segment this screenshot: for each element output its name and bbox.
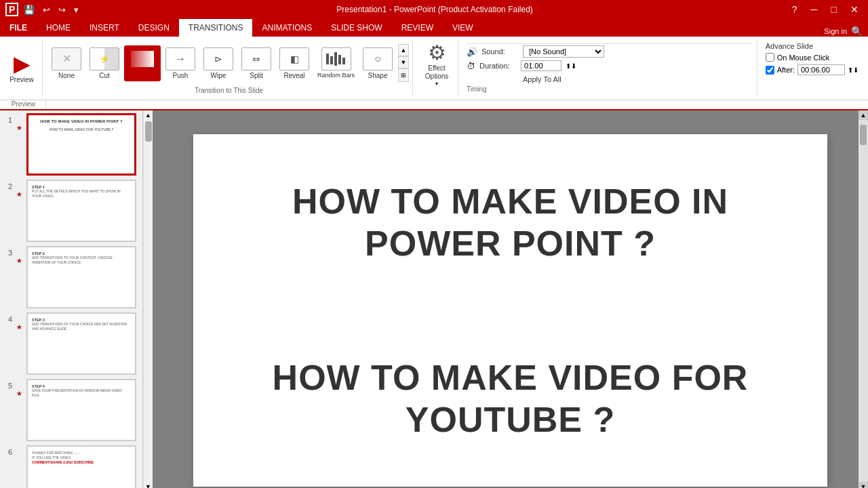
transition-none[interactable]: ✕ None	[48, 45, 85, 81]
tab-transitions[interactable]: TRANSITIONS	[179, 19, 253, 37]
duration-spinner[interactable]: ⬆⬇	[566, 62, 576, 70]
preview-button[interactable]: ▶ Preview	[7, 52, 37, 85]
slide-6-line3: COMMENT/SHARE /LIKE/ SUBSCRIBE	[32, 460, 131, 465]
transition-shape[interactable]: ○ Shape	[359, 45, 396, 81]
slide-thumb-5[interactable]: 5 ★ STEP 4 SAVE YOUR PRESENTATION AS WIN…	[3, 379, 140, 441]
slide-6-line2: IF YOU LIKE THE VIDEO	[32, 455, 131, 460]
minimize-button[interactable]: ─	[807, 3, 822, 16]
canvas-scroll-track	[859, 120, 868, 482]
transition-cut[interactable]: ⚡ Cut	[86, 45, 123, 81]
slide-img-3[interactable]: STEP 2 ADD TRANSITIONS TO YOUR CONTENT. …	[26, 246, 136, 308]
sound-select[interactable]: [No Sound]	[523, 45, 604, 58]
preview-label: Preview	[9, 76, 34, 83]
title-bar-left: P 💾 ↩ ↪ ▾	[5, 3, 81, 16]
duration-icon: ⏱	[467, 61, 475, 71]
slide-panel: 1 ★ HOW TO MAKE VIDEO IN POWER POINT ? H…	[0, 110, 143, 488]
tab-insert[interactable]: INSERT	[80, 19, 129, 37]
slide-thumb-6[interactable]: 6 ★ THANKS FOR WATCHING........ IF YOU L…	[3, 445, 140, 488]
slide-num-1: 1	[3, 113, 12, 124]
main-area: 1 ★ HOW TO MAKE VIDEO IN POWER POINT ? H…	[0, 110, 868, 488]
undo-button[interactable]: ↩	[40, 3, 53, 16]
slide-panel-container: 1 ★ HOW TO MAKE VIDEO IN POWER POINT ? H…	[0, 110, 153, 488]
transition-fade[interactable]: Fade	[124, 45, 161, 81]
scroll-up-icon[interactable]: ▲	[398, 44, 409, 56]
redo-button[interactable]: ↪	[56, 3, 68, 16]
duration-label: Duration:	[479, 62, 517, 70]
duration-input[interactable]	[521, 60, 561, 71]
scroll-all-icon[interactable]: ⊞	[398, 68, 409, 82]
restore-button[interactable]: □	[827, 3, 841, 16]
slide-num-4: 4	[3, 312, 12, 323]
tab-file[interactable]: FILE	[0, 19, 37, 37]
after-spinner[interactable]: ⬆⬇	[848, 66, 859, 74]
after-row: After: ⬆⬇	[766, 64, 859, 75]
tab-slideshow[interactable]: SLIDE SHOW	[321, 19, 391, 37]
slide-img-2[interactable]: STEP 1 PUT ALL THE DETAILS WHICH YOU WAN…	[26, 180, 136, 242]
after-checkbox[interactable]	[766, 66, 774, 75]
timing-group-label: Timing	[467, 84, 751, 94]
slide-thumb-2[interactable]: 2 ★ STEP 1 PUT ALL THE DETAILS WHICH YOU…	[3, 180, 140, 242]
slide-5-content: SAVE YOUR PRESENTATION AS WINDOW MEDIA V…	[32, 388, 131, 398]
tabs-bar: FILE HOME INSERT DESIGN TRANSITIONS ANIM…	[0, 19, 868, 37]
slide-img-4[interactable]: STEP 3 ADD TRANSITIONS OF YOUR CHOICE AN…	[26, 312, 136, 375]
svg-rect-2	[326, 54, 329, 64]
apply-to-all-button[interactable]: Apply To All	[523, 75, 561, 83]
slide-thumb-3[interactable]: 3 ★ STEP 2 ADD TRANSITIONS TO YOUR CONTE…	[3, 246, 140, 308]
canvas-scroll-thumb[interactable]	[860, 125, 867, 145]
advance-slide-group: Advance Slide On Mouse Click After: ⬆⬇	[760, 39, 864, 97]
close-button[interactable]: ✕	[846, 3, 863, 16]
slide-text-2: HOW TO MAKE VIDEO FORYOUTUBE ?	[273, 357, 749, 441]
slide-thumb-1[interactable]: 1 ★ HOW TO MAKE VIDEO IN POWER POINT ? H…	[3, 113, 140, 176]
slide-star-4: ★	[16, 312, 22, 331]
slide-star-2: ★	[16, 180, 22, 198]
help-button[interactable]: ?	[788, 3, 802, 16]
app-logo: P	[5, 3, 18, 16]
slide-thumb-4[interactable]: 4 ★ STEP 3 ADD TRANSITIONS OF YOUR CHOIC…	[3, 312, 140, 375]
slide-6-line1: THANKS FOR WATCHING........	[32, 451, 131, 455]
transition-reveal[interactable]: ◧ Reveal	[276, 45, 313, 81]
scrollbar-up-button[interactable]: ▲	[144, 110, 153, 120]
preview-icon: ▶	[14, 53, 31, 75]
slide-num-2: 2	[3, 180, 12, 190]
on-mouse-click-checkbox[interactable]	[766, 53, 774, 62]
transition-group-label: Transition to This Slide	[48, 85, 410, 96]
transition-split[interactable]: ⇔ Split	[238, 45, 275, 81]
save-button[interactable]: 💾	[21, 3, 37, 16]
transition-random-bars[interactable]: Random Bars	[314, 45, 358, 81]
advance-slide-title: Advance Slide	[766, 42, 859, 50]
transition-push[interactable]: → Push	[162, 45, 199, 81]
tab-design[interactable]: DESIGN	[129, 19, 179, 37]
after-input[interactable]	[797, 64, 845, 75]
group-labels-bar: Preview	[0, 100, 868, 110]
slide-text-1: HOW TO MAKE VIDEO INPOWER POINT ?	[292, 180, 728, 265]
canvas-scroll-up[interactable]: ▲	[859, 110, 868, 120]
apply-row: 🔊 Apply To All	[467, 74, 751, 84]
scrollbar-down-button[interactable]: ▼	[144, 482, 153, 488]
tab-view[interactable]: VIEW	[443, 19, 483, 37]
slide-panel-scrollbar[interactable]: ▲ ▼	[143, 110, 153, 488]
tab-home[interactable]: HOME	[37, 19, 80, 37]
tab-animations[interactable]: ANIMATIONS	[252, 19, 321, 37]
canvas-scroll-down[interactable]: ▼	[859, 482, 868, 488]
sign-in-button[interactable]: Sign in	[824, 27, 847, 35]
scrollbar-thumb[interactable]	[145, 121, 152, 142]
customize-button[interactable]: ▾	[71, 3, 81, 16]
tab-review[interactable]: REVIEW	[392, 19, 443, 37]
scroll-down-icon[interactable]: ▼	[398, 56, 409, 68]
ribbon: FILE HOME INSERT DESIGN TRANSITIONS ANIM…	[0, 19, 868, 100]
slide-img-5[interactable]: STEP 4 SAVE YOUR PRESENTATION AS WINDOW …	[26, 379, 136, 441]
transition-wipe[interactable]: ⊳ Wipe	[200, 45, 237, 81]
effect-options-button[interactable]: ⚙ EffectOptions ▾	[420, 41, 454, 87]
slide-num-6: 6	[3, 445, 12, 456]
slide-img-6[interactable]: THANKS FOR WATCHING........ IF YOU LIKE …	[26, 445, 136, 488]
search-icon[interactable]: 🔍	[851, 26, 863, 37]
sound-icon: 🔊	[467, 47, 477, 57]
ribbon-content: ▶ Preview ✕ None ⚡ Cut	[0, 37, 868, 100]
svg-rect-5	[338, 55, 341, 64]
after-label: After:	[777, 66, 795, 74]
transition-scroll[interactable]: ▲ ▼ ⊞	[397, 43, 410, 83]
slide-1-sub: HOW TO MAKE VIDEO FOR YOUTUBE ?	[33, 127, 130, 132]
slide-star-5: ★	[16, 379, 22, 397]
slide-img-1[interactable]: HOW TO MAKE VIDEO IN POWER POINT ? HOW T…	[26, 113, 136, 176]
canvas-scrollbar[interactable]: ▲ ▼	[859, 110, 868, 488]
